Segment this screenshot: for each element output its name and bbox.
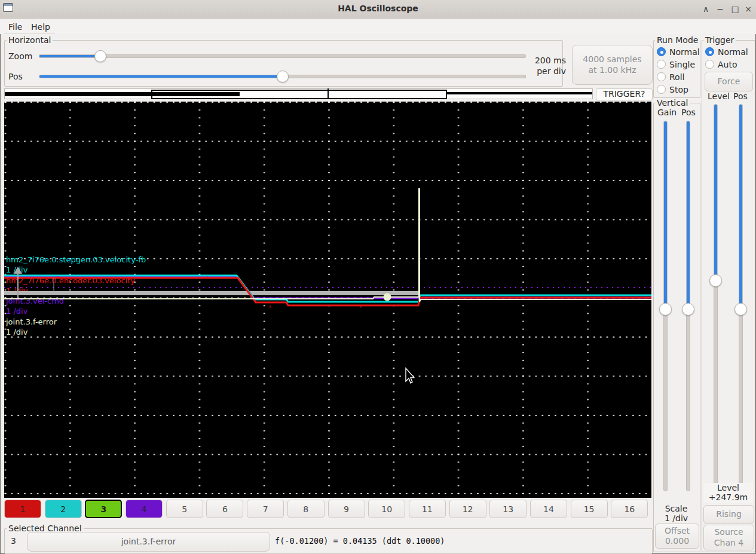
trigger-pos-fill (739, 105, 742, 308)
vertical-frame-label: Vertical (655, 98, 690, 108)
channel-button-6[interactable]: 6 (206, 500, 243, 518)
channel-button-16[interactable]: 16 (611, 500, 648, 518)
channel-button-3[interactable]: 3 (85, 500, 122, 518)
channel-button-11[interactable]: 11 (409, 500, 446, 518)
trigger-option-auto[interactable]: Auto (705, 58, 748, 71)
trigger-level-fill (714, 105, 717, 280)
scope-display[interactable]: hm2_7i76e.0.stepgen.03.velocity-fb1 /div… (4, 102, 651, 498)
trigger-level-column-label: Level (708, 91, 730, 101)
channel-button-8[interactable]: 8 (287, 500, 325, 518)
run_mode-option-stop[interactable]: Stop (657, 83, 700, 96)
channel-button-4[interactable]: 4 (126, 500, 163, 518)
radio-label: Auto (718, 60, 737, 69)
title-bar[interactable]: HAL Oscilloscope ∧ − □ × (0, 0, 756, 19)
probe-readout: f(-0.01200) = 0.04135 (ddt 0.10000) (275, 536, 445, 546)
offset-button-value: 0.000 (665, 536, 689, 547)
channel-button-7[interactable]: 7 (247, 500, 284, 518)
trigger-frame-label: Trigger (703, 35, 736, 45)
zoom-slider-fill (39, 55, 100, 57)
run_mode-option-single[interactable]: Single (657, 58, 700, 71)
maximize-button[interactable]: □ (729, 2, 742, 16)
radio-label: Roll (669, 72, 684, 82)
record-position-bar[interactable] (4, 88, 593, 99)
trigger-pos-slider[interactable] (739, 104, 743, 485)
channel-button-13[interactable]: 13 (489, 500, 527, 518)
source-button-label: Source (714, 527, 743, 538)
radio-icon[interactable] (705, 60, 714, 69)
horizontal-zoom-slider[interactable] (39, 54, 526, 58)
trigger-status-button[interactable]: TRIGGER? (596, 88, 653, 100)
pos-slider-thumb[interactable] (277, 71, 289, 82)
time-per-div-line1: 200 ms (502, 56, 566, 65)
vertical-gain-slider[interactable] (663, 121, 668, 491)
run-mode-radio-group: NormalSingleRollStop (657, 45, 700, 96)
minimize-button[interactable]: − (714, 2, 727, 16)
source-button-value: Chan 4 (714, 538, 743, 549)
pos-slider-fill (39, 75, 282, 78)
hal-oscilloscope-window: HAL Oscilloscope ∧ − □ × File Help Horiz… (0, 0, 756, 554)
vertical-pos-thumb[interactable] (682, 303, 694, 316)
channel-button-1[interactable]: 1 (4, 500, 41, 518)
radio-selected-icon[interactable] (705, 47, 714, 56)
trigger-pos-column-label: Pos (733, 91, 748, 101)
channel-button-10[interactable]: 10 (368, 500, 405, 518)
run_mode-option-roll[interactable]: Roll (657, 71, 700, 83)
zoom-slider-thumb[interactable] (94, 50, 106, 62)
trigger-edge-button[interactable]: Rising (703, 505, 754, 524)
samples-line2: at 1.00 kHz (588, 65, 636, 76)
trigger-radio-group: NormalAuto (705, 45, 748, 71)
channel-button-5[interactable]: 5 (166, 500, 203, 518)
window-title: HAL Oscilloscope (30, 4, 726, 13)
vertical-offset-button[interactable]: Offset 0.000 (655, 524, 699, 549)
trigger-level-slider[interactable] (714, 104, 718, 485)
vertical-frame (653, 103, 700, 552)
level-readout-label: Level (703, 483, 753, 492)
menu-help[interactable]: Help (29, 21, 53, 33)
pos-slider-label: Pos (8, 72, 23, 81)
mouse-cursor-icon (406, 368, 414, 383)
menu-file[interactable]: File (6, 21, 25, 33)
vertical-pos-column-label: Pos (681, 108, 696, 117)
trigger-force-button[interactable]: Force (705, 72, 753, 91)
scale-value: 1 /div (653, 513, 699, 523)
vertical-pos-slider[interactable] (686, 121, 690, 491)
horizontal-frame-label: Horizontal (7, 35, 53, 45)
radio-selected-icon[interactable] (657, 47, 666, 56)
view-window-box[interactable] (151, 90, 447, 99)
vertical-gain-fill (664, 121, 667, 308)
selected-channel-baseline-band (4, 291, 419, 295)
menu-bar: File Help (0, 19, 756, 34)
trigger-status-text: TRIGGER? (603, 89, 645, 100)
shade-button[interactable]: ∧ (699, 2, 712, 16)
channel-button-15[interactable]: 15 (571, 500, 608, 518)
radio-icon[interactable] (657, 85, 666, 94)
radio-icon[interactable] (657, 72, 666, 81)
force-button-label: Force (718, 76, 740, 87)
vertical-gain-thumb[interactable] (659, 303, 672, 316)
menu-underline (4, 33, 55, 34)
trigger-frame (702, 40, 755, 552)
time-per-div-line2: per div (502, 66, 566, 76)
horizontal-pos-slider[interactable] (39, 75, 526, 78)
vertical-scale-readout: Scale 1 /div (653, 504, 699, 523)
channel-button-14[interactable]: 14 (530, 500, 567, 518)
close-button[interactable]: × (742, 2, 755, 16)
trigger-option-normal[interactable]: Normal (705, 45, 748, 58)
radio-icon[interactable] (657, 60, 666, 69)
run_mode-option-normal[interactable]: Normal (657, 45, 700, 58)
samples-rate-button[interactable]: 4000 samples at 1.00 kHz (572, 45, 653, 85)
trigger-level-thumb[interactable] (709, 274, 722, 287)
selected-channel-number: 3 (11, 536, 16, 546)
channel-button-2[interactable]: 2 (45, 500, 82, 518)
selected-channel-name-button[interactable]: joint.3.f-error (27, 532, 270, 552)
channel-button-9[interactable]: 9 (328, 500, 365, 518)
app-window-icon (3, 3, 13, 12)
trigger-source-button[interactable]: Source Chan 4 (703, 525, 754, 550)
run-mode-frame-label: Run Mode (655, 35, 700, 45)
samples-line1: 4000 samples (583, 54, 641, 65)
radio-label: Single (669, 60, 695, 69)
channel-button-12[interactable]: 12 (449, 500, 486, 518)
probe-point-dot (384, 293, 391, 301)
trigger-pos-thumb[interactable] (734, 303, 747, 316)
trigger-level-readout: Level +247.9m (703, 483, 753, 503)
